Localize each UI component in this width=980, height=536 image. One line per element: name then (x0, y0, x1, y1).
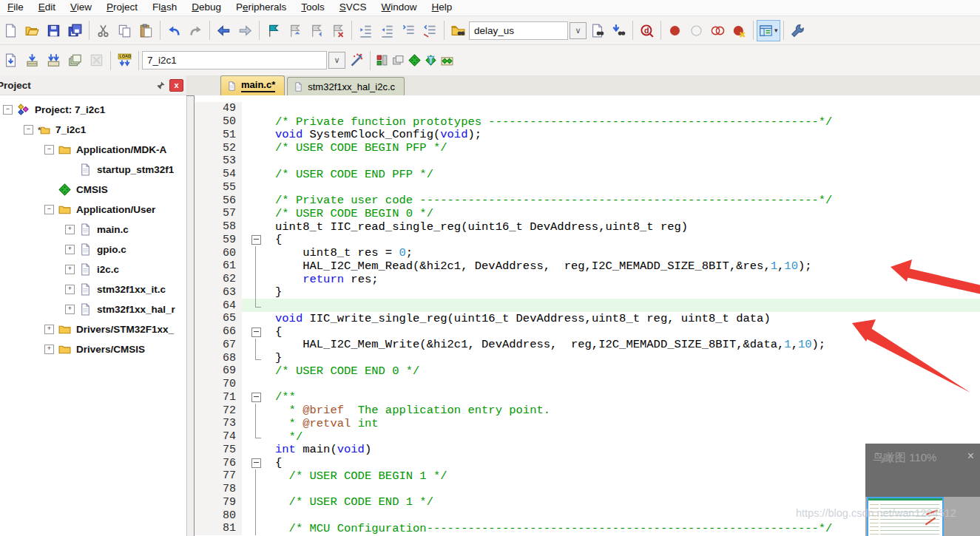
breakpoint-enable-button[interactable] (686, 20, 707, 41)
tree-item-cmsis[interactable]: CMSIS (0, 180, 186, 200)
tab-main-c[interactable]: main.c* (220, 75, 285, 95)
tree-item-project-7-i2c1[interactable]: −Project: 7_i2c1 (0, 100, 186, 120)
collapse-icon[interactable]: − (3, 105, 13, 115)
incremental-find-button[interactable] (608, 20, 629, 41)
expand-icon[interactable]: + (65, 265, 75, 274)
debug-session-button[interactable]: d (636, 20, 658, 41)
minimap-close-icon[interactable]: × (967, 451, 974, 461)
nav-back-button[interactable] (213, 20, 234, 41)
tree-item-main-c[interactable]: +main.c (0, 220, 186, 240)
code-text: void IIC_write_single_reg(uint16_t DevAd… (270, 312, 980, 325)
tree-item-label: Drivers/CMSIS (76, 344, 145, 355)
tree-item-stm32f1xx-hal-r[interactable]: +stm32f1xx_hal_r (0, 299, 186, 319)
code-text: return res; (270, 273, 980, 286)
uncomment-selection-button[interactable] (419, 20, 441, 41)
expand-icon[interactable]: + (65, 225, 75, 234)
components-button[interactable] (374, 50, 390, 71)
close-icon[interactable]: x (169, 79, 183, 92)
menu-item-help[interactable]: Help (425, 0, 460, 16)
menu-item-debug[interactable]: Debug (184, 0, 229, 16)
code-line-59: 59{ (195, 234, 980, 247)
line-number: 67 (195, 339, 242, 352)
new-file-button[interactable] (0, 20, 21, 41)
tree-item-application-user[interactable]: −Application/User (0, 200, 186, 220)
menu-item-view[interactable]: View (63, 0, 99, 16)
tree-item-7-i2c1[interactable]: −*7_i2c1 (0, 120, 186, 140)
target-options-button[interactable] (345, 50, 367, 71)
menu-item-flash[interactable]: Flash (145, 0, 184, 16)
target-combo[interactable]: 7_i2c1 (142, 51, 327, 69)
bookmark-prev-button[interactable] (284, 20, 305, 41)
expand-icon[interactable]: + (65, 245, 75, 254)
project-items-button[interactable] (406, 50, 422, 71)
comment-selection-button[interactable] (398, 20, 419, 41)
redo-button[interactable] (185, 20, 206, 41)
undo-button[interactable] (163, 20, 185, 41)
menu-item-edit[interactable]: Edit (31, 0, 63, 16)
books-button[interactable] (390, 50, 406, 71)
menu-item-project[interactable]: Project (99, 0, 145, 16)
bookmark-toggle-button[interactable] (263, 20, 284, 41)
tree-item-drivers-stm32f1xx[interactable]: +Drivers/STM32F1xx_ (0, 319, 186, 339)
translate-button[interactable] (0, 50, 21, 71)
tree-item-i2c-c[interactable]: +i2c.c (0, 259, 186, 279)
tree-item-label: Application/MDK-A (76, 144, 166, 155)
collapse-icon[interactable]: − (44, 145, 54, 155)
paste-button[interactable] (135, 20, 157, 41)
build-button[interactable] (21, 50, 43, 71)
save-all-button[interactable] (64, 20, 86, 41)
tab-stm32f1xx-hal-i2c-c[interactable]: stm32f1xx_hal_i2c.c (287, 77, 405, 95)
collapse-icon[interactable]: − (24, 125, 33, 135)
minimap-header: 鸟瞰图 110% × (865, 444, 980, 497)
tree-item-gpio-c[interactable]: +gpio.c (0, 240, 186, 259)
svg-text:LOAD: LOAD (119, 54, 131, 58)
expand-icon[interactable]: + (44, 325, 54, 334)
outdent-button[interactable] (376, 20, 398, 41)
pin-icon[interactable] (154, 78, 167, 92)
find-in-files-button[interactable] (447, 20, 469, 41)
search-combo[interactable]: delay_us (469, 21, 568, 40)
batch-build-button[interactable] (64, 50, 86, 71)
find-button[interactable] (587, 20, 608, 41)
breakpoint-disable-all-button[interactable] (707, 20, 729, 41)
menu-item-peripherals[interactable]: Peripherals (229, 0, 294, 16)
tree-item-drivers-cmsis[interactable]: +Drivers/CMSIS (0, 339, 186, 359)
templates-button[interactable] (439, 50, 455, 71)
fold-toggle-icon[interactable] (242, 391, 270, 404)
configure-button[interactable] (787, 20, 808, 41)
copy-button[interactable] (114, 20, 135, 41)
open-folder-button[interactable] (21, 20, 43, 41)
fold-toggle-icon[interactable] (242, 456, 270, 469)
search-combo-drop[interactable]: ∨ (570, 22, 587, 39)
tree-item-stm32f1xx-it-c[interactable]: +stm32f1xx_it.c (0, 279, 186, 299)
bookmark-clear-button[interactable] (327, 20, 348, 41)
expand-icon[interactable]: + (65, 285, 75, 294)
breakpoint-kill-all-button[interactable] (729, 20, 750, 41)
menu-item-window[interactable]: Window (374, 0, 425, 16)
tree-item-startup-stm32f1[interactable]: startup_stm32f1 (0, 160, 186, 180)
target-combo-drop[interactable]: ∨ (328, 52, 345, 69)
expand-icon[interactable]: + (65, 305, 75, 314)
menu-item-file[interactable]: File (0, 0, 31, 16)
code-line-73: 73 * @retval int (195, 417, 980, 430)
fold-toggle-icon[interactable] (242, 325, 270, 339)
window-layout-button[interactable]: ▾ (757, 20, 780, 41)
code-editor[interactable]: 4950/* Private function prototypes -----… (194, 95, 980, 536)
indent-button[interactable] (355, 20, 376, 41)
breakpoint-toggle-button[interactable] (664, 20, 686, 41)
functions-button[interactable] (422, 50, 439, 71)
menu-item-svcs[interactable]: SVCS (332, 0, 374, 16)
load-button[interactable]: LOAD (114, 50, 135, 71)
tree-item-application-mdk-a[interactable]: −Application/MDK-A (0, 140, 186, 160)
collapse-icon[interactable]: − (44, 205, 54, 214)
save-button[interactable] (43, 20, 64, 41)
bookmark-next-button[interactable] (305, 20, 327, 41)
expand-icon[interactable]: + (44, 345, 54, 354)
nav-forward-button[interactable] (234, 20, 256, 41)
fold-toggle-icon[interactable] (242, 234, 270, 247)
code-line-70: 70 (195, 378, 980, 391)
cut-button[interactable] (92, 20, 114, 41)
tree-item-label: startup_stm32f1 (97, 164, 174, 175)
menu-item-tools[interactable]: Tools (294, 0, 332, 16)
rebuild-button[interactable] (43, 50, 64, 71)
